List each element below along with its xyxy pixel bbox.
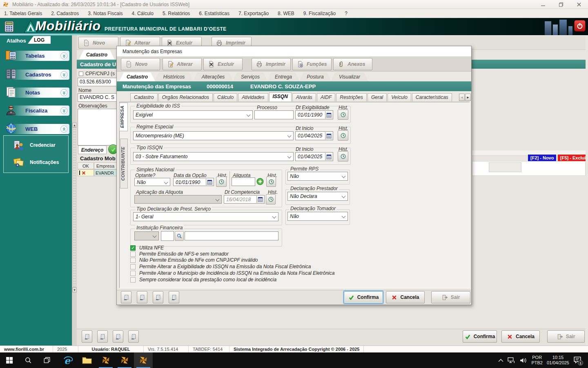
checkbox-icon[interactable] (130, 258, 136, 263)
bg-nav-first-button[interactable] (82, 330, 92, 343)
dlg-tab-alteracoes[interactable]: Alterações (193, 72, 234, 81)
menu-estatisticas[interactable]: 6. Estatísticas (199, 11, 229, 16)
bg-cancela-button[interactable]: Cancela (501, 330, 540, 343)
dt-inicio-tipo-input[interactable]: 01/04/2025 (295, 152, 333, 161)
tab-caracteristicas[interactable]: Características (412, 93, 452, 101)
calendar-icon[interactable] (325, 132, 332, 139)
instituicao-tipo-combo[interactable] (134, 231, 159, 240)
dt-inicio-regime-input[interactable]: 01/04/2025 (295, 131, 333, 140)
tab-calculo[interactable]: Cálculo (214, 93, 237, 101)
splitter-arrow-up[interactable]: ▲ (72, 123, 77, 128)
fiorilli-app2-button[interactable] (115, 352, 134, 368)
sidebar-item-tabelas[interactable]: Tabelas (11, 51, 69, 61)
nav-next-button[interactable] (153, 291, 163, 303)
menu-help[interactable]: ? (345, 11, 347, 16)
bg-nav-prev-button[interactable] (97, 330, 108, 343)
sidebar-item-notas[interactable]: Notas (11, 88, 69, 98)
bg-nav-last-button[interactable] (128, 330, 139, 343)
side-tab-contribuinte[interactable]: CONTRIBUINTE (120, 139, 128, 188)
menu-fiscalizacao[interactable]: 9. Fiscalização (303, 11, 336, 16)
menu-exportacao[interactable]: 7. Exportação (238, 11, 269, 16)
chevron-down-icon[interactable] (60, 89, 67, 96)
instituicao-codigo-input[interactable] (161, 231, 174, 241)
dlg-funcoes-button[interactable]: Funções (292, 58, 332, 70)
dlg-alterar-button[interactable]: Alterar (163, 58, 202, 70)
dlg-tab-visualizar[interactable]: Visualizar (331, 72, 368, 81)
hist-regime-button[interactable] (338, 130, 348, 141)
checkbox-icon[interactable] (130, 251, 136, 257)
grid-row-status-cell[interactable] (78, 169, 94, 176)
nome-input[interactable]: EVANDRO C. S (78, 93, 117, 102)
dlg-tab-postura[interactable]: Postura (299, 72, 332, 81)
dlg-novo-button[interactable]: Novo (121, 58, 160, 70)
sidebar-item-web[interactable]: WEB (11, 124, 69, 134)
instituicao-nome-input[interactable] (185, 231, 278, 240)
exigibilidade-combo[interactable]: Exigível (133, 110, 253, 119)
checkbox-icon[interactable] (130, 277, 136, 283)
tab-log[interactable]: LOG (28, 36, 51, 44)
chevron-up-icon[interactable] (60, 126, 67, 132)
menu-web[interactable]: 8. WEB (278, 11, 294, 16)
menu-cadastros[interactable]: 2. Cadastros (51, 11, 79, 16)
instituicao-buscar-button[interactable] (175, 231, 184, 241)
fiorilli-app1-button[interactable] (96, 352, 115, 368)
splitter-track[interactable] (73, 128, 76, 287)
clock[interactable]: 10:1501/04/2025 (547, 355, 569, 366)
cpf-input[interactable]: 03.526.653/00 (78, 78, 117, 86)
sidebar-item-fiscaliza[interactable]: Fiscaliza (11, 105, 69, 116)
aliquota-input[interactable] (232, 177, 255, 186)
cancela-button[interactable]: Cancela (386, 291, 425, 303)
bg-sair-button[interactable]: Sair (547, 330, 585, 343)
tab-scroll-right-button[interactable]: ► (465, 94, 471, 101)
optante-combo[interactable]: Não (134, 178, 170, 186)
tab-alvaras[interactable]: Alvarás (292, 93, 316, 101)
sidebar-item-notificacoes[interactable]: Notificações (30, 159, 59, 165)
fiorilli-app3-button[interactable] (134, 352, 153, 368)
tab-scroll-left-button[interactable]: ◄ (459, 94, 465, 101)
hist-competencia-button[interactable] (266, 194, 276, 204)
checkbox-row[interactable]: Permite Emissão de NFS-e sem tomador (130, 251, 229, 257)
bg-nav-next-button[interactable] (113, 330, 123, 343)
tipo-declaracao-combo[interactable]: 1- Geral (133, 212, 278, 221)
permite-rps-combo[interactable]: Não (287, 172, 348, 181)
network-icon[interactable] (508, 357, 515, 364)
menu-notas-fiscais[interactable]: 3. Notas Fiscais (88, 11, 122, 16)
chevron-down-icon[interactable] (60, 71, 67, 78)
dlg-imprimir-button[interactable]: Imprimir (252, 58, 291, 70)
sidebar-splitter[interactable]: ▲ ▼ (72, 35, 77, 346)
tab-geral[interactable]: Geral (368, 93, 387, 101)
sidebar-item-cadastros[interactable]: Cadastros (11, 70, 69, 80)
close-button[interactable] (570, 0, 588, 9)
tipo-issqn-combo[interactable]: 03 - Sobre Faturamento (133, 152, 294, 161)
cpf-checkbox[interactable] (79, 72, 83, 76)
dlg-tab-historicos[interactable]: Históricos (154, 72, 194, 81)
hist-aliquota-button[interactable] (266, 177, 276, 187)
menu-relatorios[interactable]: 5. Relatórios (163, 11, 190, 16)
tab-orgaos-relacionados[interactable]: Orgãos Relacionados (158, 93, 213, 101)
internet-explorer-button[interactable] (59, 352, 78, 368)
aplicacao-aliquota-combo[interactable] (134, 195, 222, 204)
menu-tabelas-gerais[interactable]: 1. Tabelas Gerais (4, 11, 42, 16)
processo-input[interactable] (254, 110, 294, 119)
power-exit-button[interactable] (574, 20, 586, 31)
dt-exigibilidade-input[interactable]: 01/01/1990 (295, 110, 333, 119)
dt-competencia-input[interactable]: 16/04/2018 (224, 195, 265, 204)
dlg-tab-entrega[interactable]: Entrega (267, 72, 300, 81)
add-aliquota-button[interactable] (256, 178, 264, 186)
file-explorer-button[interactable] (78, 352, 96, 368)
dlg-tab-cadastro[interactable]: Cadastro (119, 72, 155, 81)
chevron-down-icon[interactable] (60, 52, 67, 59)
checkbox-row[interactable]: Permite Alterar a Exigibilidade do ISSQN… (130, 264, 311, 269)
task-view-button[interactable] (38, 352, 56, 368)
calendar-icon[interactable] (325, 153, 332, 160)
tab-restricoes[interactable]: Restrições (336, 93, 367, 101)
tab-issqn[interactable]: ISSQN (269, 92, 292, 101)
tab-atividades[interactable]: Atividades (238, 93, 268, 101)
confirma-button[interactable]: Confirma (344, 291, 383, 303)
checkbox-row[interactable]: Sempre considerar local da prestação com… (130, 277, 276, 283)
chevron-down-icon[interactable] (60, 107, 67, 114)
menu-calculo[interactable]: 4. Cálculo (132, 11, 154, 16)
sidebar-item-credenciar[interactable]: Credenciar (30, 142, 56, 148)
sair-button[interactable]: Sair (431, 291, 470, 303)
hist-tipo-button[interactable] (338, 151, 348, 162)
